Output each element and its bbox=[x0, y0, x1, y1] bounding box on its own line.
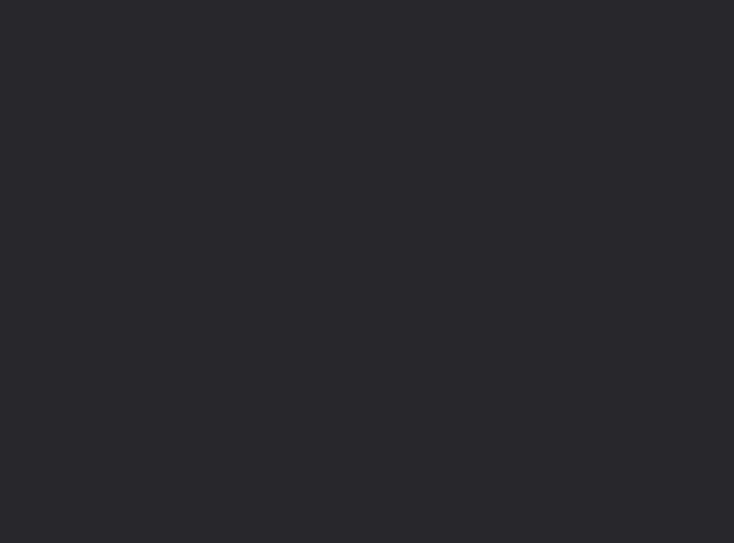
devtools-elements-panel: { "colors": { "panel_bg": "#272729", "se… bbox=[0, 0, 734, 543]
